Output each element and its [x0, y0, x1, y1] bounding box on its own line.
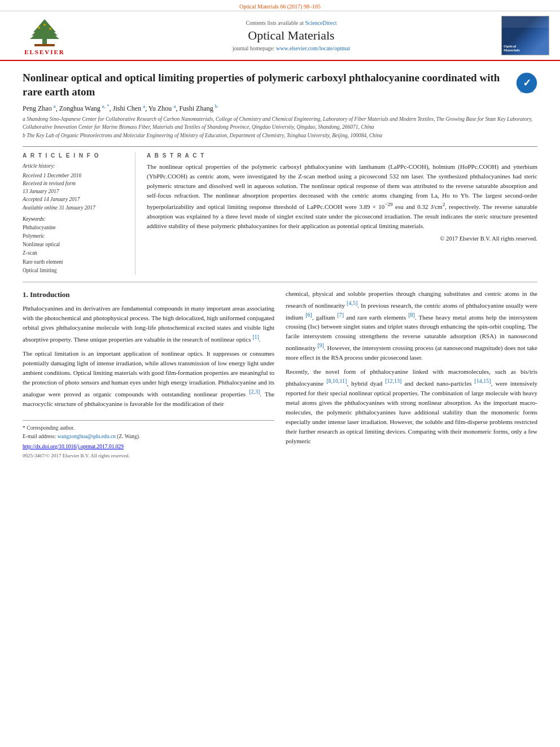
keywords-section: Keywords: Phthalocyanine Polymeric Nonli…: [23, 216, 127, 275]
ref-14-15[interactable]: [14,15]: [475, 378, 491, 384]
contents-text: Contents lists available at: [246, 20, 303, 26]
svg-point-6: [49, 28, 51, 30]
svg-marker-3: [30, 27, 59, 39]
ref-2-3[interactable]: [2,3]: [249, 388, 260, 395]
email-link[interactable]: wangzonghua@qdu.edu.cn: [58, 434, 116, 439]
article-info-column: A R T I C L E I N F O Article history: R…: [23, 152, 135, 275]
available-date: Available online 31 January 2017: [23, 204, 127, 212]
right-column: chemical, physical and soluble propertie…: [286, 289, 537, 460]
elsevier-tree-icon: [22, 16, 67, 47]
introduction-heading: 1. Introduction: [23, 289, 274, 300]
ref-6[interactable]: [6]: [305, 312, 312, 318]
elsevier-box: ELSEVIER: [22, 16, 67, 55]
elsevier-logo-section: ELSEVIER: [8, 16, 81, 55]
paper-container: Nonlinear optical and optical limiting p…: [0, 61, 560, 470]
affiliations: a Shandong Sino-Japanese Center for Coll…: [23, 116, 537, 139]
keyword-optical-limiting: Optical limiting: [23, 267, 127, 275]
article-history: Article history: Received 1 December 201…: [23, 162, 127, 212]
paper-title: Nonlinear optical and optical limiting p…: [23, 71, 510, 99]
svg-point-5: [38, 27, 40, 29]
affil-b: b The Key Lab of Organic Photoelectrons …: [23, 132, 537, 139]
article-abstract-section: A R T I C L E I N F O Article history: R…: [23, 146, 537, 275]
accepted-date: Accepted 14 January 2017: [23, 195, 127, 203]
affil-a: a Shandong Sino-Japanese Center for Coll…: [23, 116, 537, 131]
svg-point-7: [43, 24, 46, 26]
journal-reference: Optical Materials 66 (2017) 98–105: [0, 0, 560, 11]
ref-8[interactable]: [8]: [408, 312, 415, 318]
ref-12-13[interactable]: [12,13]: [385, 378, 401, 384]
right-para-2: Recently, the novel form of phthalocyani…: [286, 367, 537, 446]
abstract-title: A B S T R A C T: [147, 152, 537, 159]
paper-title-section: Nonlinear optical and optical limiting p…: [23, 71, 537, 99]
main-content: 1. Introduction Phthalocyanines and its …: [23, 289, 537, 460]
journal-header-center: Contents lists available at ScienceDirec…: [87, 20, 496, 51]
ref-9[interactable]: [9]: [317, 342, 324, 348]
svg-text:CrossMark: CrossMark: [520, 90, 534, 93]
journal-ref-text: Optical Materials 66 (2017) 98–105: [239, 3, 321, 10]
intro-para-2: The optical limitation is an important a…: [23, 349, 274, 409]
issn-line: 0925-3467/© 2017 Elsevier B.V. All right…: [23, 452, 274, 460]
cover-label: Optical Materials: [504, 45, 520, 53]
intro-para-1: Phthalocyanines and its derivatives are …: [23, 304, 274, 344]
journal-cover: Optical Materials: [501, 16, 552, 55]
ref-8-10-11[interactable]: [8,10,11]: [326, 378, 347, 384]
corresponding-author: * Corresponding author.: [23, 424, 274, 433]
email-suffix: (Z. Wang).: [117, 434, 140, 439]
ref-4-5[interactable]: [4,5]: [347, 300, 357, 306]
abstract-text: The nonlinear optical properties of the …: [147, 162, 537, 243]
abstract-column: A B S T R A C T The nonlinear optical pr…: [147, 152, 537, 275]
contents-line: Contents lists available at ScienceDirec…: [87, 20, 496, 26]
cover-image: Optical Materials: [501, 16, 549, 55]
doi-link[interactable]: http://dx.doi.org/10.1016/j.optmat.2017.…: [23, 444, 124, 449]
keywords-title: Keywords:: [23, 216, 127, 222]
crossmark-icon: ✓ CrossMark: [516, 72, 537, 94]
keyword-rare-earth: Rare earth element: [23, 258, 127, 267]
copyright-text: © 2017 Elsevier B.V. All rights reserved…: [147, 234, 537, 243]
ref-1[interactable]: [1]: [252, 334, 259, 340]
article-info-title: A R T I C L E I N F O: [23, 152, 127, 159]
keyword-zscan: Z-scan: [23, 249, 127, 257]
footnote-section: * Corresponding author. E-mail address: …: [23, 420, 274, 440]
authors-line: Peng Zhao a, Zonghua Wang a, *, Jishi Ch…: [23, 103, 537, 113]
history-title: Article history:: [23, 162, 127, 170]
journal-url[interactable]: www.elsevier.com/locate/optmat: [276, 45, 350, 51]
left-column: 1. Introduction Phthalocyanines and its …: [23, 289, 274, 460]
svg-text:✓: ✓: [523, 77, 531, 89]
received-revised-date: Received in revised form13 January 2017: [23, 180, 127, 196]
keyword-polymeric: Polymeric: [23, 232, 127, 241]
received-date: Received 1 December 2016: [23, 172, 127, 180]
email-line: E-mail address: wangzonghua@qdu.edu.cn (…: [23, 433, 274, 441]
journal-header: ELSEVIER Contents lists available at Sci…: [0, 11, 560, 61]
section-divider: [23, 282, 537, 282]
svg-rect-4: [34, 44, 55, 46]
keyword-nonlinear-optical: Nonlinear optical: [23, 241, 127, 249]
email-label: E-mail address:: [23, 434, 56, 439]
keyword-phthalocyanine: Phthalocyanine: [23, 224, 127, 232]
elsevier-label: ELSEVIER: [24, 49, 65, 55]
ref-7[interactable]: [7]: [337, 312, 344, 318]
science-direct-link[interactable]: ScienceDirect: [305, 20, 336, 26]
right-para-1: chemical, physical and soluble propertie…: [286, 289, 537, 362]
journal-title: Optical Materials: [87, 28, 496, 43]
homepage-text: journal homepage:: [233, 45, 275, 51]
journal-homepage: journal homepage: www.elsevier.com/locat…: [87, 45, 496, 51]
doi-line: http://dx.doi.org/10.1016/j.optmat.2017.…: [23, 443, 274, 451]
